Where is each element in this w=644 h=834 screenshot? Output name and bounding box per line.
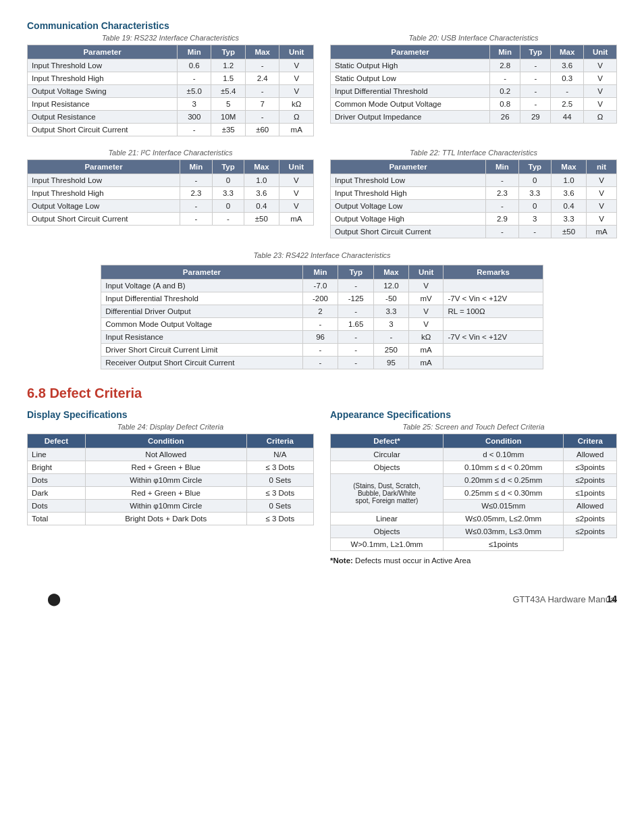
table-cell: V bbox=[584, 72, 617, 85]
appearance-specs-block: Appearance Specifications Table 25: Scre… bbox=[330, 409, 617, 565]
table-cell: ≤2points bbox=[564, 513, 617, 525]
i2c-col-max: Max bbox=[244, 160, 279, 174]
table-cell: - bbox=[245, 85, 279, 98]
rs422-col-unit: Unit bbox=[408, 265, 444, 280]
table-cell: 29 bbox=[520, 111, 551, 124]
table-cell: mA bbox=[279, 124, 314, 136]
appearance-caption: Table 25: Screen and Touch Defect Criter… bbox=[330, 423, 617, 431]
table-cell: - bbox=[518, 226, 551, 238]
table-cell: W>0.1mm, L≥1.0mm bbox=[331, 538, 444, 551]
table-cell: - bbox=[520, 98, 551, 111]
table-cell: 12.0 bbox=[374, 280, 409, 292]
table-cell: Common Mode Output Voltage bbox=[101, 318, 302, 331]
table-cell: V bbox=[587, 187, 617, 200]
table-cell: d < 0.10mm bbox=[443, 448, 564, 461]
rs422-table: Parameter Min Typ Max Unit Remarks Input… bbox=[101, 265, 543, 369]
table-cell: Within φ10mm Circle bbox=[85, 500, 246, 513]
i2c-col-typ: Typ bbox=[212, 160, 244, 174]
table-cell: - bbox=[551, 85, 584, 98]
ttl-col-typ: Typ bbox=[518, 160, 551, 174]
display-specs-title: Display Specifications bbox=[27, 409, 314, 420]
table-cell: - bbox=[486, 200, 519, 213]
appearance-col-condition: Condition bbox=[443, 434, 564, 448]
rs232-table: Parameter Min Typ Max Unit Input Thresho… bbox=[27, 45, 314, 136]
table-cell: 250 bbox=[374, 344, 409, 357]
table-cell: Input Threshold Low bbox=[28, 174, 180, 187]
display-col-condition: Condition bbox=[85, 434, 246, 448]
display-specs-block: Display Specifications Table 24: Display… bbox=[27, 409, 314, 565]
table-cell: - bbox=[180, 200, 213, 213]
table-cell: ±5.4 bbox=[211, 85, 246, 98]
table-cell: - bbox=[374, 331, 409, 344]
display-col-defect: Defect bbox=[28, 434, 86, 448]
table-cell: Bright Dots + Dark Dots bbox=[85, 513, 246, 525]
usb-table: Parameter Min Typ Max Unit Static Output… bbox=[330, 45, 617, 124]
table-cell: Input Threshold Low bbox=[331, 174, 486, 187]
table-cell: -7V < Vin < +12V bbox=[444, 292, 543, 305]
table-cell: - bbox=[520, 85, 551, 98]
table-cell: Output Voltage High bbox=[331, 213, 486, 226]
table-cell: 2.9 bbox=[486, 213, 519, 226]
appearance-col-critera: Critera bbox=[564, 434, 617, 448]
table-cell: -7V < Vin < +12V bbox=[444, 331, 543, 344]
table-cell: 44 bbox=[551, 111, 584, 124]
table-cell: -50 bbox=[374, 292, 409, 305]
table-cell: - bbox=[486, 226, 519, 238]
table-cell: 0 bbox=[518, 174, 551, 187]
table-cell: Ω bbox=[584, 111, 617, 124]
table-cell: ≤2points bbox=[564, 525, 617, 538]
table-cell: Bright bbox=[28, 461, 86, 474]
rs232-col-typ: Typ bbox=[211, 45, 246, 59]
footer-page: 14 bbox=[606, 594, 617, 604]
usb-block: Table 20: USB Interface Characteristics … bbox=[330, 34, 617, 124]
table-cell: ±35 bbox=[211, 124, 246, 136]
table-cell bbox=[444, 344, 543, 357]
i2c-block: Table 21: I²C Interface Characteristics … bbox=[27, 149, 314, 226]
table-cell: V bbox=[408, 305, 444, 318]
table-cell: ≤ 3 Dots bbox=[246, 487, 313, 500]
table-cell: W≤0.03mm, L≤3.0mm bbox=[443, 525, 564, 538]
table-cell: 96 bbox=[302, 331, 338, 344]
table-cell: Driver Short Circuit Current Limit bbox=[101, 344, 302, 357]
rs422-col-remarks: Remarks bbox=[444, 265, 543, 280]
table-cell: V bbox=[279, 200, 313, 213]
table-cell: Total bbox=[28, 513, 86, 525]
table-cell: V bbox=[584, 98, 617, 111]
table-cell: - bbox=[520, 72, 551, 85]
rs422-col-min: Min bbox=[302, 265, 338, 280]
table-cell: - bbox=[486, 174, 519, 187]
table-cell: Receiver Output Short Circuit Current bbox=[101, 357, 302, 369]
rs232-col-min: Min bbox=[178, 45, 211, 59]
footer: ⬤ GTT43A Hardware Manual 14 bbox=[27, 592, 617, 606]
table-cell: Circular bbox=[331, 448, 444, 461]
i2c-ttl-row: Table 21: I²C Interface Characteristics … bbox=[27, 149, 617, 238]
comm-char-section: Communication Characteristics Table 19: … bbox=[27, 20, 617, 369]
i2c-col-param: Parameter bbox=[28, 160, 180, 174]
table-cell: - bbox=[180, 174, 213, 187]
table-cell: V bbox=[587, 174, 617, 187]
table-cell bbox=[444, 318, 543, 331]
appearance-col-defect: Defect* bbox=[331, 434, 444, 448]
table-cell: Objects bbox=[331, 525, 444, 538]
table-cell: mA bbox=[587, 226, 617, 238]
display-col-criteria: Criteria bbox=[246, 434, 313, 448]
table-cell: - bbox=[338, 344, 374, 357]
table-cell: Not Allowed bbox=[85, 448, 246, 461]
table-cell: 0.8 bbox=[490, 98, 520, 111]
ttl-col-min: Min bbox=[486, 160, 519, 174]
table-cell: Output Short Circuit Current bbox=[28, 213, 180, 226]
table-cell: V bbox=[279, 72, 314, 85]
table-cell: 10M bbox=[211, 111, 246, 124]
rs422-col-typ: Typ bbox=[338, 265, 374, 280]
table-cell: 95 bbox=[374, 357, 409, 369]
table-cell: Within φ10mm Circle bbox=[85, 474, 246, 487]
table-cell: 3 bbox=[178, 98, 211, 111]
table-cell: Input Voltage (A and B) bbox=[101, 280, 302, 292]
defect-criteria-section: 6.8 Defect Criteria Display Specificatio… bbox=[27, 386, 617, 565]
table-cell bbox=[444, 280, 543, 292]
table-cell: 3.6 bbox=[551, 59, 584, 72]
table-cell: kΩ bbox=[279, 98, 314, 111]
table-cell: Dark bbox=[28, 487, 86, 500]
table-cell: 3 bbox=[518, 213, 551, 226]
table-cell: 300 bbox=[178, 111, 211, 124]
